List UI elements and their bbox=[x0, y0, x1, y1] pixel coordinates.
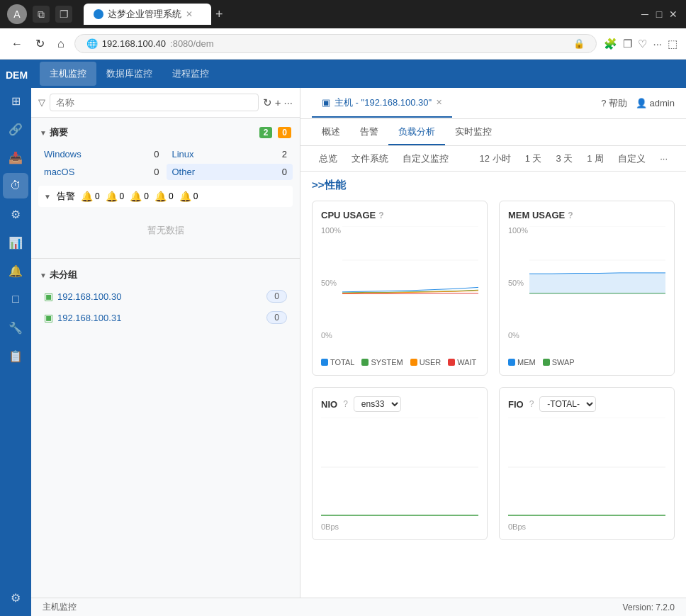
nio-help-icon[interactable]: ? bbox=[343, 399, 348, 409]
more-btn[interactable]: ··· bbox=[283, 96, 293, 109]
host-badge-31: 0 bbox=[266, 311, 287, 324]
sidebar-icon[interactable]: ❐ bbox=[623, 38, 632, 50]
active-tab[interactable]: 达梦企业管理系统 ✕ bbox=[84, 4, 211, 25]
os-row-other: Other 0 bbox=[167, 164, 293, 180]
search-input[interactable] bbox=[50, 94, 259, 111]
host-tab-close[interactable]: ✕ bbox=[436, 98, 442, 107]
fio-select[interactable]: -TOTAL- bbox=[539, 396, 596, 412]
browser-btn-2[interactable]: ❐ bbox=[55, 6, 72, 23]
mem-help-icon[interactable]: ? bbox=[568, 211, 573, 220]
legend-user: USER bbox=[410, 358, 442, 366]
alert-count-5: 0 bbox=[193, 191, 198, 201]
profile-icon[interactable]: ⬚ bbox=[668, 38, 677, 50]
close-btn[interactable]: ✕ bbox=[668, 9, 679, 20]
maximize-btn[interactable]: □ bbox=[653, 9, 665, 20]
sidebar-icons: DEM ⊞ 🔗 📥 ⏱ ⚙ 📊 🔔 □ 🔧 📋 ⚙ bbox=[0, 60, 31, 616]
nav-item-host-monitor[interactable]: 主机监控 bbox=[40, 62, 96, 86]
host-badge-30: 0 bbox=[266, 290, 287, 303]
nav-item-db-monitor[interactable]: 数据库监控 bbox=[96, 62, 162, 86]
favorites-icon[interactable]: ♡ bbox=[638, 38, 647, 50]
mem-chart-title: MEM USAGE ? bbox=[508, 210, 665, 220]
host-item-30[interactable]: ▣ 192.168.100.30 0 bbox=[38, 286, 293, 307]
time-btn-3d[interactable]: 3 天 bbox=[549, 148, 580, 169]
alert-item-5: 🔔 0 bbox=[179, 191, 198, 202]
add-host-btn[interactable]: + bbox=[275, 96, 281, 109]
os-row-linux: Linux 2 bbox=[167, 146, 293, 162]
time-btn-custom[interactable]: 自定义 bbox=[611, 148, 653, 169]
host-icon-30: ▣ bbox=[44, 291, 53, 302]
time-btn-1d[interactable]: 1 天 bbox=[518, 148, 549, 169]
extensions-icon[interactable]: 🧩 bbox=[604, 38, 617, 50]
time-tab-custom-monitor[interactable]: 自定义监控 bbox=[395, 148, 456, 169]
fio-bottom-label: 0Bps bbox=[508, 522, 526, 531]
alert-item-2: 🔔 0 bbox=[106, 191, 125, 202]
group-chevron[interactable]: ▼ bbox=[40, 271, 47, 279]
address-bar[interactable]: 🌐 192.168.100.40 :8080/dem 🔒 bbox=[74, 34, 597, 53]
sidebar-item-download[interactable]: 📥 bbox=[3, 145, 28, 170]
home-btn[interactable]: ⌂ bbox=[55, 35, 67, 53]
address-domain: 192.168.100.40 bbox=[102, 38, 166, 49]
mem-chart-card: MEM USAGE ? 100% 50% 0% bbox=[499, 201, 675, 376]
sub-nav-overview[interactable]: 概述 bbox=[312, 120, 350, 145]
new-tab-btn[interactable]: + bbox=[215, 7, 223, 22]
summary-section: ▼ 摘要 2 0 Windows 0 bbox=[31, 118, 300, 255]
legend-dot-mem bbox=[508, 359, 515, 366]
nio-chart-area: 0Bps bbox=[321, 418, 478, 531]
refresh-btn[interactable]: ↻ bbox=[33, 34, 47, 53]
group-section: ▼ 未分组 ▣ 192.168.100.30 0 ▣ 192.168.100.3… bbox=[31, 262, 300, 331]
sidebar-item-alerts[interactable]: 🔔 bbox=[3, 258, 28, 284]
time-btn-1w[interactable]: 1 周 bbox=[580, 148, 611, 169]
alert-count-2: 0 bbox=[120, 191, 125, 201]
sidebar-item-logs[interactable]: 📋 bbox=[3, 343, 28, 369]
host-tab-icon: ▣ bbox=[322, 97, 330, 108]
browser-btn-1[interactable]: ⧉ bbox=[33, 6, 50, 23]
perf-section: >>性能 CPU USAGE ? 100% bbox=[300, 172, 686, 598]
group-header: ▼ 未分组 bbox=[38, 264, 293, 286]
alert-icon-gray: 🔔 bbox=[179, 191, 191, 202]
tab-close-btn[interactable]: ✕ bbox=[186, 9, 193, 19]
sidebar-item-topology[interactable]: 🔗 bbox=[3, 116, 28, 142]
alerts-chevron[interactable]: ▼ bbox=[44, 193, 51, 201]
os-count-windows: 0 bbox=[154, 149, 159, 159]
cpu-help-icon[interactable]: ? bbox=[378, 211, 383, 220]
time-tab-filesystem[interactable]: 文件系统 bbox=[344, 148, 395, 169]
sidebar-item-monitor[interactable]: ⏱ bbox=[3, 173, 28, 198]
nav-item-process-monitor[interactable]: 进程监控 bbox=[162, 62, 219, 86]
minimize-btn[interactable]: ─ bbox=[639, 9, 651, 20]
legend-dot-system bbox=[361, 359, 369, 366]
mem-chart-svg bbox=[529, 226, 665, 294]
os-name-macos: macOS bbox=[44, 167, 74, 177]
host-item-31[interactable]: ▣ 192.168.100.31 0 bbox=[38, 307, 293, 328]
refresh-list-btn[interactable]: ↻ bbox=[263, 96, 272, 109]
host-tab-active[interactable]: ▣ 主机 - "192.168.100.30" ✕ bbox=[312, 89, 452, 118]
alert-icon-red: 🔔 bbox=[81, 191, 93, 202]
sidebar-item-settings[interactable]: ⚙ bbox=[3, 585, 28, 610]
time-btn-more[interactable]: ··· bbox=[653, 149, 675, 168]
os-count-other: 0 bbox=[282, 167, 287, 177]
sidebar-item-windows[interactable]: □ bbox=[3, 286, 28, 312]
mem-chart-area: 100% 50% 0% bbox=[508, 226, 665, 354]
alert-item-3: 🔔 0 bbox=[130, 191, 149, 202]
time-tab-overview[interactable]: 总览 bbox=[312, 148, 344, 169]
sidebar-item-reports[interactable]: 📊 bbox=[3, 230, 28, 255]
summary-chevron[interactable]: ▼ bbox=[40, 129, 47, 137]
menu-icon[interactable]: ··· bbox=[653, 38, 662, 50]
fio-help-icon[interactable]: ? bbox=[529, 399, 534, 409]
sub-nav-load[interactable]: 负载分析 bbox=[388, 120, 445, 145]
legend-system: SYSTEM bbox=[361, 358, 403, 366]
help-btn[interactable]: ? 帮助 bbox=[601, 97, 627, 110]
sidebar-item-plugins[interactable]: 🔧 bbox=[3, 315, 28, 340]
back-btn[interactable]: ← bbox=[9, 35, 26, 53]
fio-chart-area: 0Bps bbox=[508, 418, 665, 531]
sidebar-item-network[interactable]: ⚙ bbox=[3, 201, 28, 227]
alert-item-1: 🔔 0 bbox=[81, 191, 100, 202]
time-btn-12h[interactable]: 12 小时 bbox=[473, 148, 518, 169]
status-left: 主机监控 bbox=[43, 601, 77, 613]
sidebar-item-dashboard[interactable]: ⊞ bbox=[3, 88, 28, 113]
nio-select[interactable]: ens33 bbox=[354, 396, 401, 412]
sub-nav-realtime[interactable]: 实时监控 bbox=[445, 120, 502, 145]
admin-btn[interactable]: 👤 admin bbox=[636, 98, 675, 108]
sub-nav-alerts[interactable]: 告警 bbox=[350, 120, 388, 145]
cpu-chart-title: CPU USAGE ? bbox=[321, 210, 478, 220]
divider-1 bbox=[31, 258, 300, 259]
